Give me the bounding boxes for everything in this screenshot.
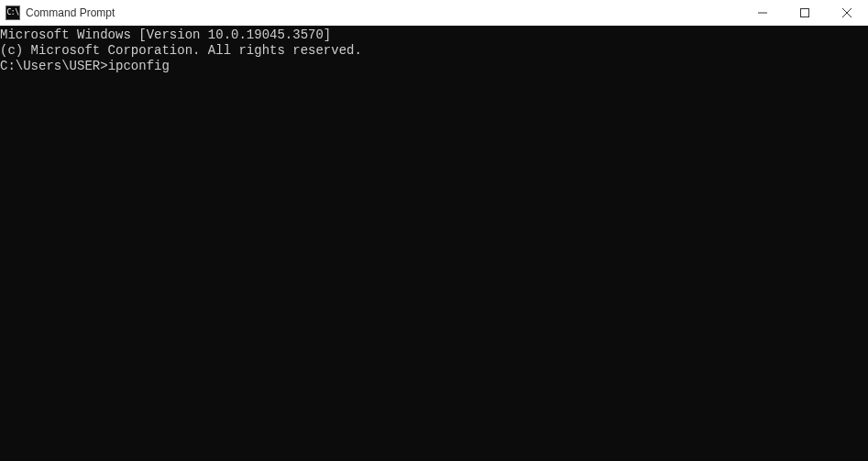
maximize-icon bbox=[800, 8, 809, 17]
cmd-icon-label: C:\ bbox=[7, 9, 19, 16]
prompt-text: C:\Users\USER> bbox=[0, 59, 108, 73]
maximize-button[interactable] bbox=[784, 0, 826, 26]
close-icon bbox=[842, 8, 852, 17]
copyright-line: (c) Microsoft Corporation. All rights re… bbox=[0, 43, 868, 59]
minimize-button[interactable] bbox=[742, 0, 784, 26]
close-button[interactable] bbox=[826, 0, 868, 26]
command-text: ipconfig bbox=[108, 59, 170, 73]
svg-rect-1 bbox=[801, 9, 809, 17]
cmd-icon: C:\ bbox=[5, 5, 20, 20]
titlebar: C:\ Command Prompt bbox=[0, 0, 868, 26]
minimize-icon bbox=[758, 8, 767, 17]
window-controls bbox=[742, 0, 868, 26]
terminal-area[interactable]: Microsoft Windows [Version 10.0.19045.35… bbox=[0, 26, 868, 461]
version-line: Microsoft Windows [Version 10.0.19045.35… bbox=[0, 27, 868, 43]
prompt-line: C:\Users\USER>ipconfig bbox=[0, 59, 868, 74]
window-title: Command Prompt bbox=[26, 6, 115, 19]
